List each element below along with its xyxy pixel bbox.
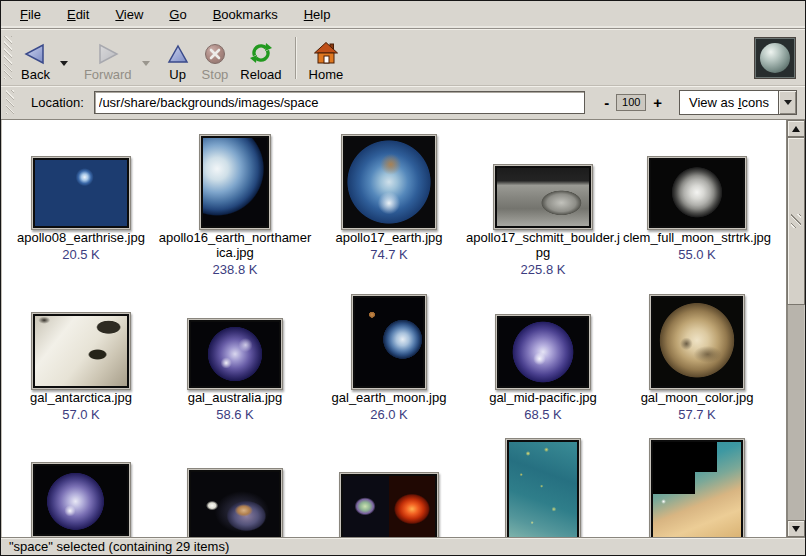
menu-go[interactable]: Go — [156, 3, 199, 26]
file-thumbnail — [497, 316, 589, 388]
up-button[interactable]: Up — [160, 32, 196, 84]
content-area: apollo08_earthrise.jpg20.5 K apollo16_ea… — [1, 119, 805, 537]
file-size: 68.5 K — [466, 407, 620, 422]
scrollbar-track[interactable] — [787, 137, 805, 520]
file-name: apollo16_earth_northamerica.jpg — [158, 230, 312, 260]
file-name: clem_full_moon_strtrk.jpg — [620, 230, 774, 245]
home-button[interactable]: Home — [303, 32, 350, 84]
file-size: 26.0 K — [312, 407, 466, 422]
location-input[interactable] — [94, 91, 585, 114]
scroll-up-button[interactable] — [787, 120, 805, 137]
file-item-partial[interactable] — [620, 438, 774, 537]
file-item[interactable]: clem_full_moon_strtrk.jpg55.0 K — [620, 133, 774, 278]
file-size: 55.0 K — [620, 247, 774, 262]
reload-button[interactable]: Reload — [234, 32, 287, 84]
file-item[interactable]: apollo17_earth.jpg74.7 K — [312, 133, 466, 278]
home-label: Home — [309, 67, 344, 82]
file-item-partial[interactable] — [312, 438, 466, 537]
file-thumbnail — [189, 470, 281, 537]
stop-button[interactable]: Stop — [196, 32, 235, 84]
forward-label: Forward — [84, 67, 132, 82]
file-name: apollo17_earth.jpg — [312, 230, 466, 245]
file-name: gal_australia.jpg — [158, 390, 312, 405]
file-name: gal_mid-pacific.jpg — [466, 390, 620, 405]
status-text: "space" selected (containing 29 items) — [9, 539, 229, 554]
location-bar-drag-handle[interactable] — [6, 90, 14, 114]
file-thumbnail — [33, 158, 129, 228]
file-name: gal_moon_color.jpg — [620, 390, 774, 405]
file-thumbnail — [341, 474, 437, 537]
file-item-partial[interactable] — [158, 438, 312, 537]
file-item[interactable]: gal_australia.jpg58.6 K — [158, 293, 312, 438]
zoom-level-indicator[interactable]: 100 — [616, 94, 646, 111]
menu-help[interactable]: Help — [291, 3, 344, 26]
globe-throbber-icon — [760, 43, 790, 73]
up-label: Up — [169, 67, 186, 82]
file-thumbnail — [33, 464, 129, 536]
arrow-down-icon — [792, 526, 800, 532]
menu-view[interactable]: View — [102, 3, 156, 26]
file-name: gal_antarctica.jpg — [4, 390, 158, 405]
forward-icon — [96, 39, 120, 65]
stop-icon — [204, 39, 226, 65]
file-thumbnail — [651, 296, 743, 388]
back-history-dropdown[interactable] — [56, 32, 72, 84]
view-mode-dropdown[interactable]: View as Icons — [679, 90, 797, 115]
file-manager-window: File Edit View Go Bookmarks Help Back Fo… — [0, 0, 806, 556]
menu-bookmarks[interactable]: Bookmarks — [200, 3, 291, 26]
file-thumbnail — [495, 166, 591, 228]
back-icon — [23, 39, 47, 65]
menu-edit[interactable]: Edit — [54, 3, 102, 26]
stop-label: Stop — [202, 67, 229, 82]
file-name: gal_earth_moon.jpg — [312, 390, 466, 405]
icon-view[interactable]: apollo08_earthrise.jpg20.5 K apollo16_ea… — [1, 120, 786, 537]
file-size: 20.5 K — [4, 247, 158, 262]
view-mode-label: View as Icons — [680, 91, 778, 114]
chevron-down-icon — [60, 61, 68, 66]
menu-file[interactable]: File — [7, 3, 54, 26]
grip-icon — [791, 214, 801, 228]
file-item[interactable]: apollo17_schmitt_boulder.jpg225.8 K — [466, 133, 620, 278]
file-thumbnail — [33, 314, 129, 388]
scroll-down-button[interactable] — [787, 520, 805, 537]
toolbar-drag-handle[interactable] — [4, 36, 12, 79]
forward-history-dropdown[interactable] — [138, 32, 154, 84]
file-size: 57.7 K — [620, 407, 774, 422]
zoom-out-button[interactable]: - — [599, 94, 614, 111]
arrow-up-icon — [792, 126, 800, 132]
zoom-in-button[interactable]: + — [648, 94, 667, 111]
file-thumbnail — [649, 158, 745, 228]
forward-button[interactable]: Forward — [78, 32, 138, 84]
throbber — [755, 38, 795, 78]
file-size: 74.7 K — [312, 247, 466, 262]
dropdown-arrow-button[interactable] — [778, 91, 796, 114]
file-size: 58.6 K — [158, 407, 312, 422]
chevron-down-icon — [142, 61, 150, 66]
file-thumbnail — [353, 296, 425, 388]
up-icon — [166, 39, 190, 65]
back-label: Back — [21, 67, 50, 82]
file-thumbnail — [343, 136, 435, 228]
file-item[interactable]: apollo16_earth_northamerica.jpg238.8 K — [158, 133, 312, 278]
file-size: 238.8 K — [158, 262, 312, 277]
back-button[interactable]: Back — [15, 32, 56, 84]
file-item[interactable]: gal_earth_moon.jpg26.0 K — [312, 293, 466, 438]
file-name: apollo08_earthrise.jpg — [4, 230, 158, 245]
chevron-down-icon — [784, 100, 792, 105]
location-label: Location: — [31, 95, 84, 110]
file-size: 57.0 K — [4, 407, 158, 422]
toolbar-separator — [295, 37, 296, 79]
file-item[interactable]: gal_mid-pacific.jpg68.5 K — [466, 293, 620, 438]
file-thumbnail — [507, 440, 579, 537]
scrollbar-thumb[interactable] — [787, 137, 805, 305]
file-thumbnail — [201, 136, 269, 228]
vertical-scrollbar[interactable] — [786, 120, 805, 537]
file-item[interactable]: gal_antarctica.jpg57.0 K — [4, 293, 158, 438]
file-thumbnail — [189, 320, 281, 388]
file-item[interactable]: apollo08_earthrise.jpg20.5 K — [4, 133, 158, 278]
file-item-partial[interactable] — [4, 438, 158, 537]
file-name: apollo17_schmitt_boulder.jpg — [466, 230, 620, 260]
file-item[interactable]: gal_moon_color.jpg57.7 K — [620, 293, 774, 438]
file-thumbnail — [651, 440, 743, 537]
file-item-partial[interactable] — [466, 438, 620, 537]
